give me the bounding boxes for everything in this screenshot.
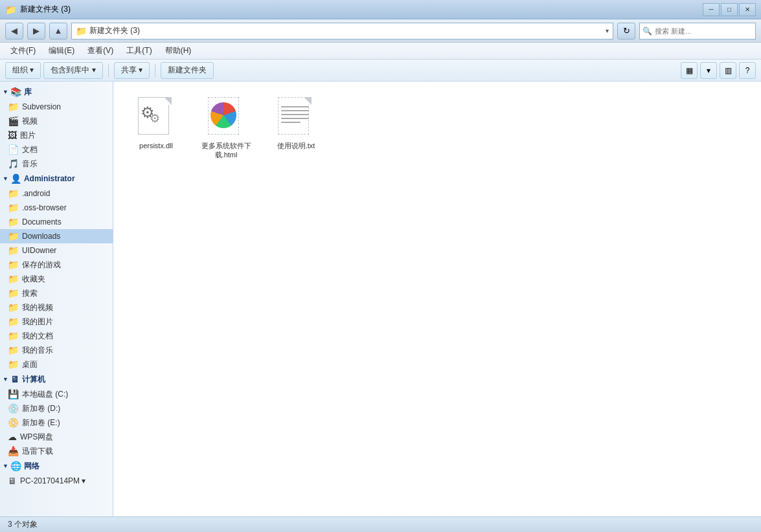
uidowner-label: UIDowner [22,246,56,255]
music-icon: 🎵 [8,159,19,169]
sidebar-item-mypictures[interactable]: 📁 我的图片 [0,315,113,329]
thunder-label: 迅雷下载 [22,446,53,457]
txt-lines [281,106,309,126]
menu-tools[interactable]: 工具(T) [121,44,157,58]
html-icon-area [205,97,247,139]
menu-file[interactable]: 文件(F) [5,44,41,58]
sidebar-group-admin[interactable]: ▼ 👤 Administrator [0,171,113,186]
view-panel-button2[interactable]: ▥ [720,62,736,79]
sidebar-item-video[interactable]: 🎬 视频 [0,114,113,128]
search-input[interactable] [655,27,753,35]
title-bar-left: 📁 新建文件夹 (3) [5,4,71,15]
sidebar-group-library[interactable]: ▼ 📚 库 [0,84,113,100]
android-label: .android [22,189,50,198]
new-folder-button[interactable]: 新建文件夹 [161,62,214,79]
favorites-folder-icon: 📁 [8,274,19,284]
music-label: 音乐 [22,159,38,170]
txt-file-icon [278,97,314,139]
include-library-button[interactable]: 包含到库中 ▾ [43,62,102,79]
desktop-label: 桌面 [22,359,38,370]
address-bar: ◀ ▶ ▲ 📁 新建文件夹 (3) ▾ ↻ 🔍 [0,19,761,43]
sidebar-item-subversion[interactable]: 📁 Subversion [0,100,113,114]
sidebar-item-downloads[interactable]: 📁 Downloads [0,229,113,243]
dll-icon-area: ⚙ ⚙ [135,97,177,139]
oss-label: .oss-browser [22,203,67,212]
file-item-dll[interactable]: ⚙ ⚙ persistx.dll [124,92,188,165]
menu-edit[interactable]: 编辑(E) [43,44,80,58]
search-wrap[interactable]: 🔍 [639,23,756,39]
help-button[interactable]: ? [739,62,756,79]
downloads-folder-icon: 📁 [8,231,19,241]
sidebar-item-mydocuments[interactable]: 📁 我的文档 [0,329,113,343]
wps-label: WPS网盘 [20,432,53,443]
close-button[interactable]: ✕ [739,3,756,16]
sidebar-item-android[interactable]: 📁 .android [0,186,113,201]
drive-e-icon: 📀 [8,417,19,428]
mypictures-folder-icon: 📁 [8,316,19,327]
subversion-icon: 📁 [8,102,19,112]
sidebar-item-pc[interactable]: 🖥 PC-20170414PM ▾ [0,474,113,488]
address-input-wrap[interactable]: 📁 新建文件夹 (3) ▾ [71,23,613,39]
savedgames-label: 保存的游戏 [22,260,61,271]
back-button[interactable]: ◀ [5,23,23,39]
network-collapse-icon: ▼ [3,463,8,469]
title-bar: 📁 新建文件夹 (3) ─ □ ✕ [0,0,761,19]
status-bar: 3 个对象 [0,516,761,532]
sidebar-item-drive-d[interactable]: 💿 新加卷 (D:) [0,401,113,416]
up-button[interactable]: ▲ [49,23,67,39]
mymusic-folder-icon: 📁 [8,345,19,355]
view-icon-button[interactable]: ▦ [681,62,698,79]
sidebar-item-pictures[interactable]: 🖼 图片 [0,128,113,142]
sidebar-item-oss[interactable]: 📁 .oss-browser [0,201,113,215]
menu-view[interactable]: 查看(V) [82,44,119,58]
sidebar-group-computer[interactable]: ▼ 🖥 计算机 [0,371,113,387]
sidebar-item-drive-c[interactable]: 💾 本地磁盘 (C:) [0,387,113,401]
refresh-button[interactable]: ↻ [617,23,635,39]
sidebar-group-network[interactable]: ▼ 🌐 网络 [0,458,113,474]
sidebar-item-documents[interactable]: 📄 文档 [0,142,113,157]
sidebar-item-mymusic[interactable]: 📁 我的音乐 [0,343,113,357]
view-panel-button[interactable]: ▾ [700,62,717,79]
drive-c-label: 本地磁盘 (C:) [22,389,68,400]
myvideos-label: 我的视频 [22,302,53,313]
drive-d-label: 新加卷 (D:) [22,403,60,414]
status-text: 3 个对象 [8,519,38,530]
library-collapse-icon: ▼ [3,89,8,95]
file-item-txt[interactable]: 使用说明.txt [264,92,328,165]
sidebar-item-wps[interactable]: ☁ WPS网盘 [0,430,113,444]
computer-icon: 🖥 [10,374,19,384]
docs-folder-icon: 📁 [8,217,19,227]
sidebar-item-drive-e[interactable]: 📀 新加卷 (E:) [0,416,113,430]
minimize-button[interactable]: ─ [703,3,720,16]
library-icon: 📚 [10,87,21,97]
sidebar-item-myvideos[interactable]: 📁 我的视频 [0,300,113,315]
docs-label: Documents [22,217,62,227]
txt-file-name: 使用说明.txt [277,141,315,150]
sidebar-item-uidowner[interactable]: 📁 UIDowner [0,243,113,258]
menu-help[interactable]: 帮助(H) [160,44,197,58]
sidebar-item-savedgames[interactable]: 📁 保存的游戏 [0,258,113,272]
desktop-folder-icon: 📁 [8,359,19,370]
forward-button[interactable]: ▶ [27,23,45,39]
pictures-icon: 🖼 [8,130,17,140]
network-label: 网络 [24,461,40,472]
maximize-button[interactable]: □ [721,3,738,16]
organize-button[interactable]: 组织 ▾ [5,62,41,79]
mydocuments-folder-icon: 📁 [8,331,19,341]
mypictures-label: 我的图片 [22,316,53,327]
share-button[interactable]: 共享 ▾ [114,62,150,79]
drive-e-label: 新加卷 (E:) [22,417,60,428]
oss-folder-icon: 📁 [8,203,19,213]
address-dropdown-button[interactable]: ▾ [606,27,609,34]
sidebar-item-desktop[interactable]: 📁 桌面 [0,357,113,371]
file-item-html[interactable]: 更多系统软件下载.html [194,92,258,165]
library-label: 库 [24,87,32,98]
sidebar-item-favorites[interactable]: 📁 收藏夹 [0,272,113,286]
menu-bar: 文件(F) 编辑(E) 查看(V) 工具(T) 帮助(H) [0,43,761,60]
downloads-label: Downloads [22,232,60,241]
thunder-icon: 📥 [8,446,19,456]
sidebar-item-music[interactable]: 🎵 音乐 [0,157,113,171]
sidebar-item-docs[interactable]: 📁 Documents [0,215,113,229]
sidebar-item-thunder[interactable]: 📥 迅雷下载 [0,444,113,458]
sidebar-item-search[interactable]: 📁 搜索 [0,286,113,300]
